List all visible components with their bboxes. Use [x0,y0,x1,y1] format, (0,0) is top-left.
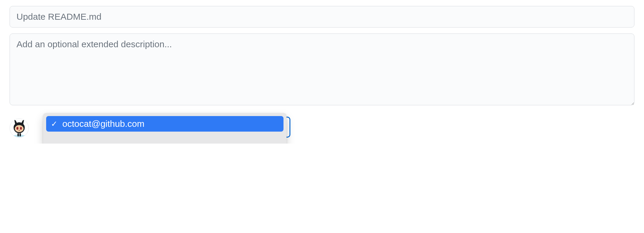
commit-summary-input[interactable] [10,6,634,28]
svg-rect-7 [19,133,21,136]
author-dropdown-menu[interactable]: ✓ octocat@github.com [43,113,286,144]
author-row: it ✓ octocat@github.com [10,118,634,138]
svg-point-3 [16,127,19,130]
commit-description-textarea[interactable] [10,33,634,105]
svg-point-2 [15,125,23,132]
author-dropdown-option-label: octocat@github.com [62,118,144,129]
svg-point-5 [19,130,20,131]
octocat-icon [10,119,28,137]
svg-rect-6 [17,133,19,136]
author-dropdown-option[interactable]: ✓ octocat@github.com [46,116,283,132]
avatar [10,118,29,138]
check-icon: ✓ [50,120,58,128]
svg-point-4 [20,127,22,130]
